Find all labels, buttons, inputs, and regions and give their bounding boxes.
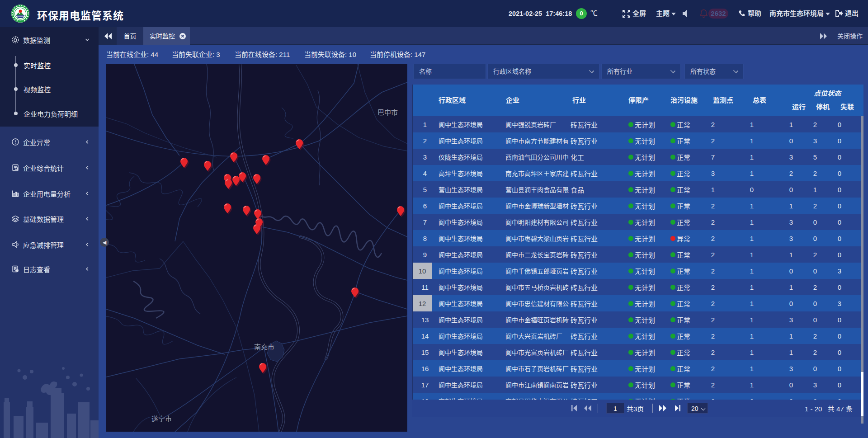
svg-text:南充市: 南充市 bbox=[254, 343, 274, 351]
svg-text:遂宁市: 遂宁市 bbox=[151, 415, 172, 423]
svg-text:巴中市: 巴中市 bbox=[377, 108, 398, 116]
